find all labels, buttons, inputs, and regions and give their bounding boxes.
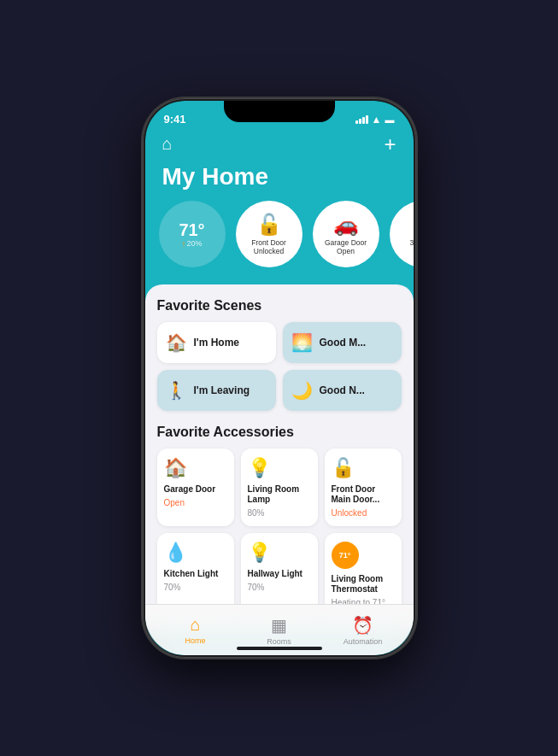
scenes-section-title: Favorite Scenes [157, 298, 402, 314]
scenes-grid: 🏠 I'm Home 🌅 Good M... 🚶 I'm Leaving [157, 322, 402, 411]
acc-garage-door[interactable]: 🏠 Garage Door Open [157, 448, 234, 526]
temp-tile[interactable]: 71° ↑ 20% [159, 201, 226, 267]
screen: 9:41 ▲ ▬ ⌂ + [145, 101, 414, 655]
front-door-icon: 🔓 [256, 213, 282, 237]
scene-im-home[interactable]: 🏠 I'm Home [157, 322, 276, 363]
acc-lamp-name: Living Room Lamp [248, 484, 311, 505]
scene-good-night[interactable]: 🌙 Good N... [283, 370, 402, 411]
acc-hallway-icon: 💡 [248, 542, 311, 564]
lights-label: 3 LightsOn [410, 238, 414, 255]
lights-icon: 💡 [410, 213, 414, 237]
white-section: Favorite Scenes 🏠 I'm Home 🌅 Good M... [145, 284, 414, 630]
home-indicator [237, 647, 322, 650]
acc-frontdoor-name: Front Door Main Door... [332, 484, 395, 505]
acc-lamp-status: 80% [248, 508, 311, 518]
front-door-tile[interactable]: 🔓 Front DoorUnlocked [236, 201, 302, 267]
temp-value: 71° [179, 220, 204, 239]
scene-leaving-label: I'm Leaving [194, 384, 250, 396]
phone-frame: 9:41 ▲ ▬ ⌂ + [143, 98, 416, 658]
wifi-icon: ▲ [372, 114, 382, 126]
battery-icon: ▬ [385, 114, 395, 125]
page-title: My Home [145, 163, 414, 201]
status-icons: ▲ ▬ [355, 114, 395, 126]
garage-door-tile[interactable]: 🚗 Garage DoorOpen [313, 201, 379, 267]
home-nav-icon[interactable]: ⌂ [162, 134, 173, 154]
add-button[interactable]: + [384, 134, 396, 155]
scene-good-morning[interactable]: 🌅 Good M... [283, 322, 402, 363]
acc-frontdoor-status: Unlocked [332, 508, 395, 518]
acc-front-door[interactable]: 🔓 Front Door Main Door... Unlocked [325, 448, 402, 526]
scene-morning-label: Good M... [320, 337, 367, 349]
garage-door-icon: 🚗 [333, 213, 359, 237]
status-tiles-row: 71° ↑ 20% 🔓 Front DoorUnlocked 🚗 [145, 201, 414, 281]
acc-garage-icon: 🏠 [164, 457, 227, 479]
acc-thermo-name: Living Room Thermostat [332, 574, 395, 595]
lights-tile[interactable]: 💡 3 LightsOn [390, 201, 414, 267]
signal-bar-2 [359, 119, 361, 124]
tab-automation-label: Automation [344, 637, 383, 646]
acc-frontdoor-icon: 🔓 [332, 457, 395, 479]
scroll-area[interactable]: ⌂ + My Home 71° ↑ 20% [145, 127, 414, 655]
tab-rooms-label: Rooms [267, 637, 291, 646]
scene-home-icon: 🏠 [166, 332, 187, 353]
signal-bar-4 [366, 115, 368, 124]
signal-bar-1 [355, 120, 358, 124]
accessories-grid: 🏠 Garage Door Open 💡 Living Room Lamp 80… [157, 448, 402, 616]
acc-living-lamp[interactable]: 💡 Living Room Lamp 80% [241, 448, 318, 526]
header: ⌂ + [145, 127, 414, 163]
scene-im-leaving[interactable]: 🚶 I'm Leaving [157, 370, 276, 411]
acc-garage-status: Open [164, 498, 227, 507]
tab-home[interactable]: ⌂ Home [154, 615, 238, 645]
temp-sub: ↑ 20% [181, 239, 202, 249]
tab-home-label: Home [185, 636, 205, 645]
temp-arrow-icon: ↑ [181, 239, 185, 249]
scene-home-label: I'm Home [194, 337, 240, 349]
scene-night-label: Good N... [320, 384, 365, 396]
notch [224, 101, 335, 122]
tab-rooms[interactable]: ▦ Rooms [238, 615, 321, 646]
status-time: 9:41 [164, 113, 186, 126]
tab-rooms-icon: ▦ [271, 615, 287, 636]
signal-bars-icon [355, 115, 368, 124]
tab-home-icon: ⌂ [190, 615, 200, 635]
acc-kitchen-icon: 💧 [164, 542, 227, 564]
acc-hallway-status: 70% [248, 583, 311, 592]
acc-lamp-icon: 💡 [248, 457, 311, 479]
garage-door-label: Garage DoorOpen [325, 238, 367, 255]
scene-leaving-icon: 🚶 [166, 380, 187, 401]
tab-automation[interactable]: ⏰ Automation [321, 615, 405, 646]
tab-bar: ⌂ Home ▦ Rooms ⏰ Automation [145, 604, 414, 655]
phone-inner: 9:41 ▲ ▬ ⌂ + [145, 101, 414, 655]
acc-garage-name: Garage Door [164, 484, 227, 495]
scene-morning-icon: 🌅 [291, 332, 313, 353]
acc-hallway-name: Hallway Light [248, 569, 311, 579]
acc-kitchen-name: Kitchen Light [164, 569, 227, 579]
humidity-value: 20% [186, 239, 202, 248]
acc-thermo-icon: 71° [332, 542, 359, 569]
tab-automation-icon: ⏰ [352, 615, 373, 636]
front-door-label: Front DoorUnlocked [251, 238, 286, 255]
acc-kitchen-status: 70% [164, 583, 227, 592]
signal-bar-3 [362, 117, 365, 124]
scene-night-icon: 🌙 [291, 380, 313, 401]
accessories-section-title: Favorite Accessories [157, 425, 402, 440]
